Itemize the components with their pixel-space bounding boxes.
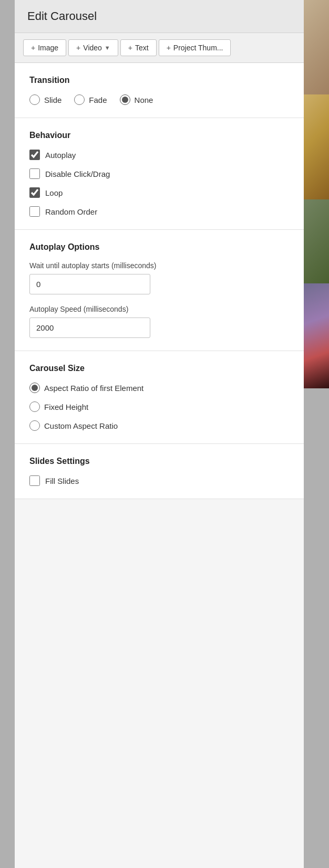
plus-icon: +	[128, 44, 132, 52]
transition-fade-radio[interactable]	[74, 94, 85, 105]
transition-fade-item[interactable]: Fade	[74, 94, 107, 105]
fixed-height-label: Fixed Height	[44, 403, 88, 411]
random-order-label: Random Order	[45, 207, 97, 216]
carousel-size-radio-group: Aspect Ratio of first Element Fixed Heig…	[29, 383, 289, 431]
random-order-checkbox[interactable]	[29, 206, 40, 217]
loop-checkbox[interactable]	[29, 187, 40, 198]
loop-label: Loop	[45, 188, 63, 197]
fixed-height-radio[interactable]	[29, 401, 40, 412]
fill-slides-checkbox[interactable]	[29, 475, 40, 486]
toolbar: + Image + Video ▼ + Text + Project Thum.…	[15, 33, 304, 63]
aspect-ratio-first-radio[interactable]	[29, 383, 40, 393]
autoplay-speed-input[interactable]	[29, 317, 150, 338]
autoplay-label: Autoplay	[45, 151, 76, 160]
add-video-button[interactable]: + Video ▼	[68, 39, 118, 56]
add-project-thumb-button[interactable]: + Project Thum...	[159, 39, 231, 56]
carousel-size-section: Carousel Size Aspect Ratio of first Elem…	[15, 351, 304, 444]
add-text-label: Text	[135, 44, 149, 52]
transition-fade-label: Fade	[89, 96, 107, 104]
slides-settings-title: Slides Settings	[29, 457, 289, 466]
behaviour-section: Behaviour Autoplay Disable Click/Drag Lo…	[15, 118, 304, 230]
slides-settings-checkbox-group: Fill Slides	[29, 475, 289, 486]
plus-icon: +	[31, 44, 35, 52]
fixed-height-item[interactable]: Fixed Height	[29, 401, 289, 412]
autoplay-item[interactable]: Autoplay	[29, 150, 289, 160]
transition-slide-radio[interactable]	[29, 94, 40, 105]
plus-icon: +	[76, 44, 80, 52]
modal-header: Edit Carousel	[15, 0, 304, 33]
modal-body: Transition Slide Fade None Behaviour	[15, 63, 304, 499]
fill-slides-item[interactable]: Fill Slides	[29, 475, 289, 486]
transition-slide-label: Slide	[44, 96, 61, 104]
wait-autoplay-label: Wait until autoplay starts (milliseconds…	[29, 261, 289, 270]
add-project-thumb-label: Project Thum...	[173, 44, 223, 52]
autoplay-speed-group: Autoplay Speed (milliseconds)	[29, 305, 289, 338]
transition-title: Transition	[29, 76, 289, 85]
fill-slides-label: Fill Slides	[45, 477, 79, 485]
disable-click-drag-label: Disable Click/Drag	[45, 170, 110, 178]
add-image-label: Image	[38, 44, 58, 52]
transition-slide-item[interactable]: Slide	[29, 94, 61, 105]
custom-aspect-ratio-radio[interactable]	[29, 420, 40, 431]
transition-none-radio[interactable]	[120, 94, 130, 105]
disable-click-drag-item[interactable]: Disable Click/Drag	[29, 168, 289, 179]
custom-aspect-ratio-label: Custom Aspect Ratio	[44, 421, 118, 430]
autoplay-speed-label: Autoplay Speed (milliseconds)	[29, 305, 289, 313]
add-text-button[interactable]: + Text	[120, 39, 157, 56]
transition-radio-group: Slide Fade None	[29, 94, 289, 105]
aspect-ratio-first-item[interactable]: Aspect Ratio of first Element	[29, 383, 289, 393]
disable-click-drag-checkbox[interactable]	[29, 168, 40, 179]
wait-autoplay-input[interactable]	[29, 274, 150, 294]
transition-none-item[interactable]: None	[120, 94, 153, 105]
transition-none-label: None	[135, 96, 153, 104]
behaviour-checkbox-group: Autoplay Disable Click/Drag Loop Random …	[29, 150, 289, 217]
random-order-item[interactable]: Random Order	[29, 206, 289, 217]
transition-section: Transition Slide Fade None	[15, 63, 304, 118]
plus-icon: +	[167, 44, 171, 52]
autoplay-options-section: Autoplay Options Wait until autoplay sta…	[15, 230, 304, 351]
slides-settings-section: Slides Settings Fill Slides	[15, 444, 304, 499]
add-video-label: Video	[83, 44, 102, 52]
autoplay-checkbox[interactable]	[29, 150, 40, 160]
autoplay-options-title: Autoplay Options	[29, 242, 289, 252]
add-image-button[interactable]: + Image	[23, 39, 66, 56]
modal-container: Edit Carousel + Image + Video ▼ + Text +…	[15, 0, 304, 868]
carousel-size-title: Carousel Size	[29, 364, 289, 373]
loop-item[interactable]: Loop	[29, 187, 289, 198]
chevron-down-icon: ▼	[105, 45, 110, 51]
custom-aspect-ratio-item[interactable]: Custom Aspect Ratio	[29, 420, 289, 431]
modal-title: Edit Carousel	[27, 9, 291, 23]
aspect-ratio-first-label: Aspect Ratio of first Element	[44, 384, 143, 393]
wait-autoplay-group: Wait until autoplay starts (milliseconds…	[29, 261, 289, 294]
behaviour-title: Behaviour	[29, 131, 289, 140]
